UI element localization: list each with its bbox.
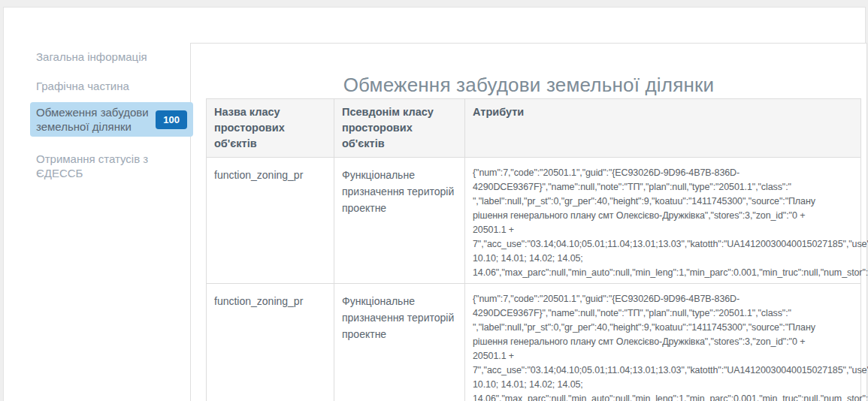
sidebar-item-general-info[interactable]: Загальна інформація xyxy=(30,44,193,70)
cell-alias: Функціональне призначення територій прое… xyxy=(334,158,465,284)
col-header-attributes: Атрибути xyxy=(465,99,861,158)
page-title: Обмеження забудови земельної ділянки xyxy=(191,74,866,97)
cell-attributes: {"num":7,"code":"20501.1","guid":"{EC930… xyxy=(465,158,861,284)
table-header-row: Назва класу просторових об'єктів Псевдон… xyxy=(207,99,861,158)
col-header-alias: Псевдонім класу просторових об'єктів xyxy=(334,99,465,158)
restrictions-table-wrapper: Назва класу просторових об'єктів Псевдон… xyxy=(206,98,861,401)
cell-alias: Функціональне призначення територій прое… xyxy=(334,284,465,401)
content-card: Обмеження забудови земельної ділянки Наз… xyxy=(190,43,867,401)
sidebar-item-graphic-part[interactable]: Графічна частина xyxy=(30,73,193,99)
cell-attributes: {"num":7,"code":"20501.1","guid":"{EC930… xyxy=(465,284,861,401)
cell-class-name: function_zoning_pr xyxy=(207,158,334,284)
restrictions-table: Назва класу просторових об'єктів Псевдон… xyxy=(206,98,861,401)
sidebar-nav: Загальна інформація Графічна частина Обм… xyxy=(30,44,193,189)
sidebar-item-label: Обмеження забудови земельної ділянки xyxy=(36,105,151,134)
sidebar-item-building-restrictions[interactable]: Обмеження забудови земельної ділянки 100 xyxy=(30,102,193,137)
table-row: function_zoning_pr Функціональне признач… xyxy=(207,284,861,401)
count-badge: 100 xyxy=(156,110,187,129)
attributes-json: {"num":7,"code":"20501.1","guid":"{EC930… xyxy=(473,166,853,280)
col-header-class-name: Назва класу просторових об'єктів xyxy=(207,99,334,158)
table-row: function_zoning_pr Функціональне признач… xyxy=(207,158,861,284)
attributes-json: {"num":7,"code":"20501.1","guid":"{EC930… xyxy=(473,292,853,401)
sidebar-item-ediessb-statuses[interactable]: Отримання статусів з ЄДЕССБ xyxy=(30,146,193,186)
cell-class-name: function_zoning_pr xyxy=(207,284,334,401)
